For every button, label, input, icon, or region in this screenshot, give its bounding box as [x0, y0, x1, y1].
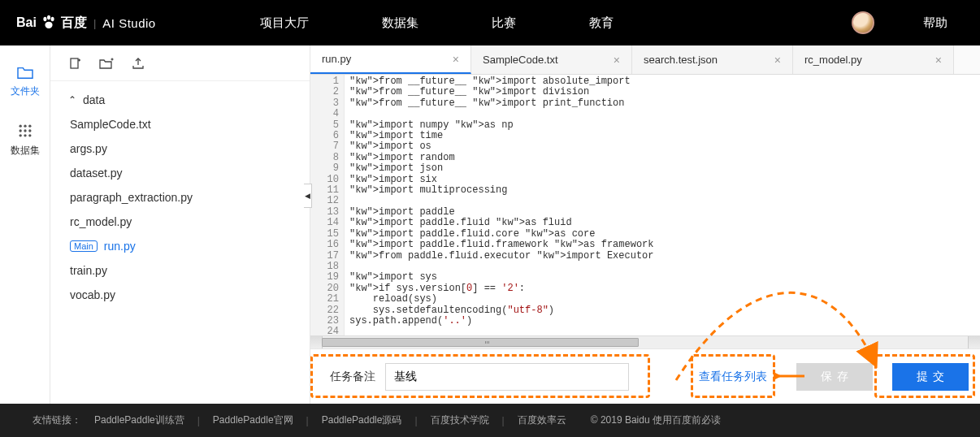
main-badge: Main: [70, 240, 98, 252]
svg-point-2: [50, 17, 54, 22]
svg-point-9: [28, 129, 31, 132]
svg-point-1: [47, 15, 50, 20]
annotation-arrow-left: [774, 369, 806, 383]
chevron-down-icon: ⌃: [68, 94, 76, 106]
tree-file[interactable]: paragraph_extraction.py: [57, 185, 310, 210]
new-folder-icon[interactable]: [99, 57, 114, 70]
tree-file-active[interactable]: Main run.py: [57, 234, 310, 258]
svg-point-11: [24, 134, 26, 136]
new-file-icon[interactable]: [68, 57, 81, 70]
task-note-input[interactable]: [385, 363, 629, 391]
submit-button[interactable]: 提交: [892, 363, 969, 391]
code-content[interactable]: "kw">from __future__ "kw">import absolut…: [345, 75, 980, 335]
footer: 友情链接： PaddlePaddle训练营| PaddlePaddle官网| P…: [0, 404, 980, 437]
tree-file[interactable]: dataset.py: [57, 161, 310, 185]
logo-text: 百度: [61, 15, 87, 32]
folder-name: data: [83, 93, 105, 106]
folder-icon: [16, 65, 34, 80]
save-button[interactable]: 保存: [796, 363, 873, 391]
tab-run-py[interactable]: run.py ×: [310, 45, 471, 74]
svg-point-0: [43, 17, 46, 22]
tree-file[interactable]: SampleCode.txt: [57, 112, 310, 136]
tab-samplecode[interactable]: SampleCode.txt ×: [471, 45, 632, 74]
nav-datasets[interactable]: 数据集: [382, 15, 418, 31]
main-file-name: run.py: [104, 240, 136, 253]
code-editor[interactable]: 123456789101112131415161718192021222324 …: [310, 75, 980, 335]
tab-label: run.py: [322, 53, 351, 65]
task-note-group: 任务备注: [322, 357, 637, 397]
footer-link[interactable]: 百度效率云: [518, 413, 566, 427]
scrollbar-grip: [485, 341, 492, 344]
rail-datasets-label: 数据集: [11, 144, 40, 158]
file-toolbar: [50, 45, 310, 81]
footer-link[interactable]: PaddlePaddle训练营: [94, 413, 184, 427]
nav-education[interactable]: 教育: [589, 15, 614, 31]
logo-area[interactable]: Bai 百度 | AI Studio: [16, 14, 228, 32]
left-rail: 文件夹 数据集: [0, 45, 50, 404]
view-task-list-link[interactable]: 查看任务列表: [694, 361, 772, 392]
tree-file[interactable]: train.py: [57, 258, 310, 283]
tree-folder-data[interactable]: ⌃ data: [57, 88, 310, 112]
svg-point-12: [28, 134, 31, 136]
logo-prefix: Bai: [16, 15, 37, 30]
baidu-logo: Bai 百度: [16, 14, 87, 32]
close-icon[interactable]: ×: [614, 54, 620, 67]
tab-label: rc_model.py: [804, 54, 862, 66]
tab-rc-model[interactable]: rc_model.py ×: [793, 45, 954, 74]
main-area: 文件夹 数据集 ⌃ data SampleCode.txt args.py da…: [0, 45, 980, 404]
footer-label: 友情链接：: [33, 413, 81, 427]
horizontal-scrollbar[interactable]: [310, 335, 980, 348]
tree-file[interactable]: vocab.py: [57, 283, 310, 307]
editor-area: ◀ run.py × SampleCode.txt × search.test.…: [310, 45, 980, 404]
footer-link[interactable]: PaddlePaddle官网: [213, 413, 293, 427]
close-icon[interactable]: ×: [774, 54, 781, 67]
nav-project-hall[interactable]: 项目大厅: [260, 15, 309, 31]
svg-point-6: [28, 125, 31, 128]
rail-files[interactable]: 文件夹: [11, 65, 40, 98]
close-icon[interactable]: ×: [935, 54, 942, 67]
task-note-label: 任务备注: [330, 370, 375, 384]
svg-point-3: [45, 22, 52, 28]
svg-point-8: [24, 129, 26, 132]
scrollbar-thumb[interactable]: [322, 338, 639, 347]
main-nav: 项目大厅 数据集 比赛 教育: [260, 15, 614, 31]
editor-tabs: run.py × SampleCode.txt × search.test.js…: [310, 45, 980, 75]
nav-competition[interactable]: 比赛: [492, 15, 516, 31]
action-bar: 任务备注 查看任务列表 保存 提交: [310, 348, 980, 404]
footer-link[interactable]: 百度技术学院: [431, 413, 489, 427]
footer-copyright: © 2019 Baidu 使用百度前必读: [591, 413, 721, 427]
tree-file[interactable]: args.py: [57, 136, 310, 161]
svg-point-5: [24, 125, 26, 128]
collapse-handle[interactable]: ◀: [304, 184, 312, 208]
svg-point-4: [19, 125, 21, 128]
product-name: AI Studio: [102, 16, 155, 30]
top-header: Bai 百度 | AI Studio 项目大厅 数据集 比赛 教育 帮助: [0, 0, 980, 45]
tab-label: SampleCode.txt: [483, 54, 558, 66]
header-right: 帮助: [852, 11, 964, 34]
tab-label: search.test.json: [644, 54, 718, 66]
help-link[interactable]: 帮助: [923, 15, 947, 31]
svg-point-7: [19, 129, 21, 132]
close-icon[interactable]: ×: [453, 53, 459, 66]
tree-file[interactable]: rc_model.py: [57, 210, 310, 234]
rail-datasets[interactable]: 数据集: [11, 123, 40, 158]
tab-search-json[interactable]: search.test.json ×: [632, 45, 793, 74]
footer-link[interactable]: PaddlePaddle源码: [322, 413, 402, 427]
line-gutter: 123456789101112131415161718192021222324: [310, 75, 345, 335]
file-explorer: ⌃ data SampleCode.txt args.py dataset.py…: [50, 45, 310, 404]
upload-icon[interactable]: [132, 57, 145, 70]
svg-rect-13: [71, 58, 78, 68]
rail-files-label: 文件夹: [11, 84, 40, 98]
file-tree: ⌃ data SampleCode.txt args.py dataset.py…: [50, 81, 310, 314]
svg-point-10: [19, 134, 21, 136]
dataset-icon: [17, 123, 33, 139]
paw-icon: [40, 14, 58, 32]
avatar[interactable]: [852, 11, 874, 34]
